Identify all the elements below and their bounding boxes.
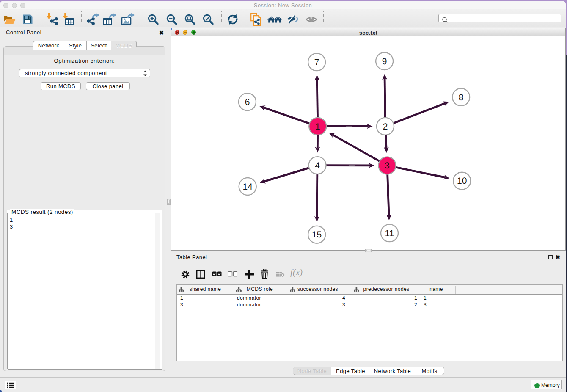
- svg-text:10: 10: [457, 176, 467, 186]
- svg-text:6: 6: [245, 97, 250, 107]
- svg-text:9: 9: [382, 57, 387, 66]
- svg-text:4: 4: [315, 161, 320, 171]
- svg-text:15: 15: [312, 230, 322, 240]
- svg-text:7: 7: [314, 58, 319, 67]
- svg-text:8: 8: [459, 93, 464, 102]
- svg-text:1: 1: [315, 122, 320, 132]
- svg-text:11: 11: [385, 229, 394, 238]
- svg-text:14: 14: [243, 182, 253, 192]
- svg-text:2: 2: [383, 122, 388, 132]
- svg-text:3: 3: [385, 161, 390, 171]
